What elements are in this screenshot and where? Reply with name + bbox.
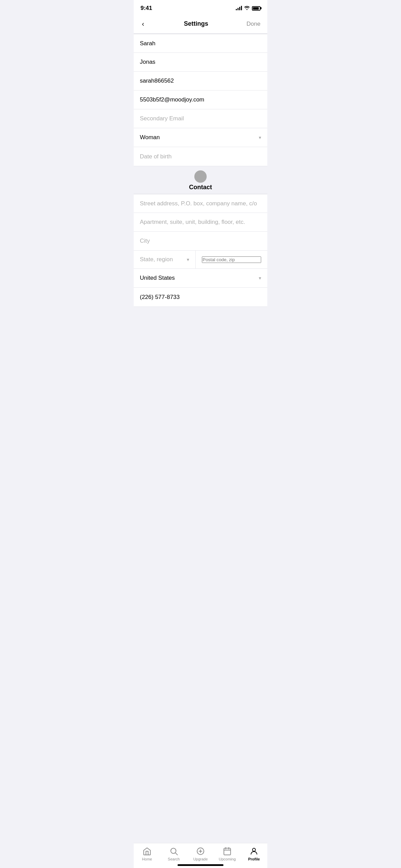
- battery-icon: [252, 6, 260, 11]
- done-button[interactable]: Done: [246, 21, 260, 27]
- gender-value: Woman: [140, 134, 160, 141]
- apt-input[interactable]: [140, 219, 261, 226]
- state-dropdown-icon: ▾: [187, 257, 189, 262]
- email-input[interactable]: [140, 96, 261, 103]
- back-button[interactable]: ‹: [141, 19, 146, 29]
- contact-section-title: Contact: [134, 184, 267, 191]
- country-field[interactable]: United States ▾: [134, 269, 267, 288]
- country-dropdown-icon: ▾: [259, 275, 261, 281]
- first-name-field[interactable]: [134, 34, 267, 53]
- zip-input[interactable]: [202, 256, 261, 263]
- street-field[interactable]: [134, 194, 267, 213]
- dob-field[interactable]: [134, 147, 267, 166]
- state-placeholder: State, region: [140, 256, 173, 263]
- phone-input[interactable]: [140, 294, 261, 301]
- divider-circle: [194, 170, 207, 183]
- zip-field[interactable]: [196, 251, 267, 268]
- username-input[interactable]: [140, 77, 261, 84]
- page-title: Settings: [184, 20, 208, 27]
- nav-header: ‹ Settings Done: [134, 14, 267, 34]
- last-name-field[interactable]: [134, 53, 267, 72]
- state-zip-row: State, region ▾: [134, 251, 267, 269]
- status-time: 9:41: [141, 5, 152, 12]
- gender-dropdown-icon: ▾: [259, 135, 261, 140]
- username-field[interactable]: [134, 72, 267, 91]
- last-name-input[interactable]: [140, 59, 261, 65]
- phone-field[interactable]: [134, 288, 267, 306]
- secondary-email-input[interactable]: [140, 115, 261, 122]
- street-input[interactable]: [140, 200, 261, 207]
- contact-info-group: State, region ▾ United States ▾: [134, 194, 267, 307]
- country-value: United States: [140, 275, 175, 281]
- apt-field[interactable]: [134, 213, 267, 232]
- first-name-input[interactable]: [140, 40, 261, 47]
- signal-icon: [236, 6, 242, 10]
- personal-info-group: Woman ▾: [134, 34, 267, 166]
- dob-input[interactable]: [140, 153, 261, 160]
- city-input[interactable]: [140, 238, 261, 244]
- status-icons: [236, 5, 260, 11]
- state-field[interactable]: State, region ▾: [134, 251, 196, 268]
- form-container: Woman ▾ Contact State, region ▾: [134, 34, 267, 334]
- email-field[interactable]: [134, 91, 267, 109]
- wifi-icon: [244, 5, 250, 11]
- status-bar: 9:41: [134, 0, 267, 14]
- secondary-email-field[interactable]: [134, 109, 267, 128]
- gender-field[interactable]: Woman ▾: [134, 128, 267, 147]
- contact-section-divider: Contact: [134, 166, 267, 194]
- city-field[interactable]: [134, 232, 267, 251]
